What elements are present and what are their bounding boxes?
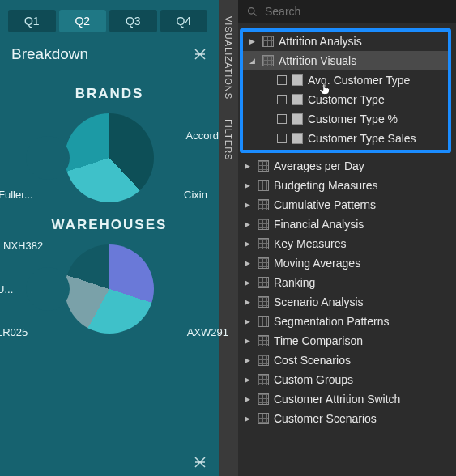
group-attrition-visuals[interactable]: ◢ Attrition Visuals <box>243 51 448 70</box>
fields-search <box>238 0 456 23</box>
field-customer-type[interactable]: Customer Type <box>271 90 448 109</box>
highlight-box: ▶ Attrition Analysis ◢ Attrition Visuals… <box>240 28 451 153</box>
group-time-comparison[interactable]: ▶Time Comparison <box>238 331 456 351</box>
table-icon <box>258 335 269 346</box>
group-ranking[interactable]: ▶Ranking <box>238 273 456 292</box>
warehouses-donut[interactable]: NXH382 GU... FLR025 AXW291 <box>3 244 215 334</box>
tab-q1[interactable]: Q1 <box>8 10 56 32</box>
group-averages-per-day[interactable]: ▶Averages per Day <box>238 156 456 176</box>
table-icon <box>258 374 269 385</box>
table-icon <box>258 180 269 191</box>
brand-label-fuller: Fuller... <box>0 189 33 201</box>
column-icon <box>292 74 303 86</box>
column-icon <box>292 94 303 105</box>
search-icon <box>246 6 258 18</box>
group-key-measures[interactable]: ▶Key Measures <box>238 234 456 253</box>
svg-point-0 <box>249 7 255 14</box>
breakdown-title: Breakdown <box>11 45 88 63</box>
group-budgeting-measures[interactable]: ▶Budgeting Measures <box>238 176 456 195</box>
brand-label-accord: Accord <box>186 130 219 142</box>
field-avg-customer-type[interactable]: Avg. Customer Type <box>271 70 448 90</box>
table-icon <box>258 238 269 249</box>
group-custom-groups[interactable]: ▶Custom Groups <box>238 370 456 389</box>
field-customer-type-sales[interactable]: Customer Type Sales <box>271 129 448 148</box>
fields-tree: ▶ Attrition Analysis ◢ Attrition Visuals… <box>238 23 456 428</box>
group-financial-analysis[interactable]: ▶Financial Analysis <box>238 215 456 234</box>
wh-label-nxh: NXH382 <box>3 240 43 252</box>
section-brands-title: BRANDS <box>3 86 215 102</box>
table-icon <box>258 277 269 288</box>
table-icon <box>258 296 269 308</box>
tab-q3[interactable]: Q3 <box>109 10 157 32</box>
table-icon <box>262 36 274 47</box>
table-icon <box>262 55 274 66</box>
field-customer-type-pct[interactable]: Customer Type % <box>271 109 448 129</box>
vtab-visualizations[interactable]: VISUALIZATIONS <box>224 11 233 114</box>
side-pane: VISUALIZATIONS FILTERS ▶ Attrition Analy… <box>219 0 456 476</box>
brand-label-cixin: Cixin <box>184 189 207 201</box>
group-cost-scenarios[interactable]: ▶Cost Scenarios <box>238 351 456 370</box>
checkbox[interactable] <box>277 75 287 85</box>
attrition-visuals-children: Avg. Customer Type Customer Type Custome… <box>243 70 448 148</box>
brands-donut[interactable]: Accord Cixin Fuller... <box>3 113 215 202</box>
breakdown-header: Breakdown <box>3 40 215 71</box>
wh-label-gu: GU... <box>0 283 13 295</box>
drill-icon[interactable] <box>193 47 207 62</box>
search-input[interactable] <box>265 5 448 18</box>
table-icon <box>258 160 269 172</box>
drill-icon-bottom[interactable] <box>193 455 207 470</box>
checkbox[interactable] <box>277 95 287 104</box>
group-segmentation-patterns[interactable]: ▶Segmentation Patterns <box>238 312 456 331</box>
table-icon <box>258 219 269 230</box>
table-icon <box>258 393 269 405</box>
group-customer-scenarios[interactable]: ▶Customer Scenarios <box>238 409 456 428</box>
report-pane: Q1 Q2 Q3 Q4 Breakdown BRANDS Accord Cixi… <box>0 0 219 476</box>
column-icon <box>292 113 303 125</box>
group-customer-attrition-switch[interactable]: ▶Customer Attrition Switch <box>238 389 456 409</box>
table-icon <box>258 413 269 424</box>
wh-label-axw: AXW291 <box>187 326 228 338</box>
group-moving-averages[interactable]: ▶Moving Averages <box>238 253 456 273</box>
tab-q4[interactable]: Q4 <box>160 10 208 32</box>
table-icon <box>258 257 269 269</box>
checkbox[interactable] <box>277 114 287 124</box>
quarter-tabs: Q1 Q2 Q3 Q4 <box>8 10 211 32</box>
group-attrition-analysis[interactable]: ▶ Attrition Analysis <box>243 32 448 51</box>
table-icon <box>258 316 269 327</box>
vertical-tabs: VISUALIZATIONS FILTERS <box>219 0 238 476</box>
checkbox[interactable] <box>277 134 287 143</box>
table-icon <box>258 199 269 210</box>
column-icon <box>292 133 303 144</box>
table-icon <box>258 355 269 366</box>
tab-q2[interactable]: Q2 <box>59 10 107 32</box>
vtab-filters[interactable]: FILTERS <box>224 114 233 175</box>
wh-label-flr: FLR025 <box>0 326 28 338</box>
group-scenario-analysis[interactable]: ▶Scenario Analysis <box>238 292 456 312</box>
fields-list: ▶ Attrition Analysis ◢ Attrition Visuals… <box>238 0 456 476</box>
group-cumulative-patterns[interactable]: ▶Cumulative Patterns <box>238 195 456 215</box>
section-warehouses-title: WAREHOUSES <box>3 217 215 233</box>
